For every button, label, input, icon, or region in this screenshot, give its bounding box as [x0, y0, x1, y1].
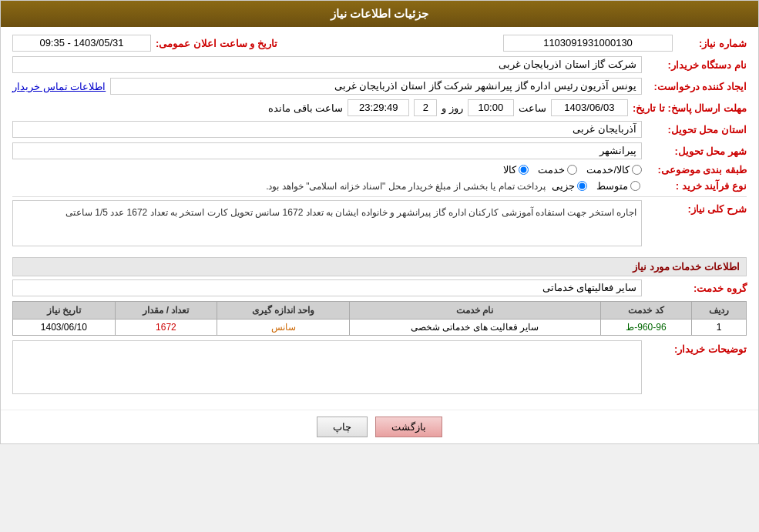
city-value: پیرانشهر	[12, 142, 642, 159]
radio-medium: متوسط	[596, 180, 640, 192]
cell-code: 960-96-ط	[600, 320, 692, 336]
contact-link[interactable]: اطلاعات تماس خریدار	[12, 81, 106, 92]
province-value: آذربایجان غربی	[12, 121, 642, 138]
row-deadline: مهلت ارسال پاسخ: تا تاریخ: 1403/06/03 سا…	[12, 99, 747, 116]
service-info-section-header: اطلاعات خدمات مورد نیاز	[12, 257, 747, 276]
row-province: استان محل تحویل: آذربایجان غربی	[12, 121, 747, 138]
back-button[interactable]: بازگشت	[375, 417, 442, 437]
creator-label: ایجاد کننده درخواست:	[646, 81, 747, 92]
col-unit: واحد اندازه گیری	[217, 302, 350, 320]
deadline-label: مهلت ارسال پاسخ: تا تاریخ:	[633, 102, 747, 114]
row-category: طبقه بندی موضوعی: کالا/خدمت خدمت کالا	[12, 164, 747, 176]
radio-partial: جزیی	[552, 180, 587, 192]
deadline-remain-label: ساعت باقی مانده	[268, 102, 343, 114]
bottom-buttons: بازگشت چاپ	[1, 410, 758, 443]
purchase-type-label: نوع فرآیند خرید :	[646, 180, 747, 192]
deadline-days: 2	[414, 99, 437, 116]
service-info-label: اطلاعات خدمات مورد نیاز	[633, 261, 740, 273]
id-section: شماره نیاز: 1103091931000130	[503, 35, 747, 52]
page-header: جزئیات اطلاعات نیاز	[1, 1, 758, 27]
radio-medium-input[interactable]	[630, 181, 640, 191]
radio-goods-service-label: کالا/خدمت	[586, 164, 630, 176]
need-number-value: 1103091931000130	[503, 35, 673, 52]
row-city: شهر محل تحویل: پیرانشهر	[12, 142, 747, 159]
need-number-label: شماره نیاز:	[677, 38, 747, 49]
radio-partial-input[interactable]	[577, 181, 587, 191]
service-group-value: سایر فعالیتهای خدماتی	[12, 279, 642, 296]
city-label: شهر محل تحویل:	[646, 146, 747, 157]
row-creator: ایجاد کننده درخواست: یونس آذریون رئیس اد…	[12, 78, 747, 95]
purchase-note: پرداخت تمام یا بخشی از مبلغ خریدار محل "…	[266, 181, 546, 192]
radio-goods: کالا	[503, 164, 529, 176]
content-area: شماره نیاز: 1103091931000130 تاریخ و ساع…	[1, 27, 758, 410]
buyer-label: نام دستگاه خریدار:	[646, 59, 747, 71]
need-description-label: شرح کلی نیاز:	[646, 203, 747, 215]
col-count: تعداد / مقدار	[115, 302, 217, 320]
radio-medium-label: متوسط	[596, 180, 628, 192]
row-need-description: شرح کلی نیاز: اجاره استخر جهت استفاده آم…	[12, 200, 747, 251]
row-purchase-type: نوع فرآیند خرید : متوسط جزیی پرداخت تمام…	[12, 180, 747, 192]
buyer-value: شرکت گاز استان اذربایجان غربی	[12, 56, 642, 73]
radio-service-input[interactable]	[567, 165, 577, 175]
col-row: ردیف	[692, 302, 747, 320]
col-name: نام خدمت	[350, 302, 601, 320]
row-service-group: گروه خدمت: سایر فعالیتهای خدماتی	[12, 279, 747, 296]
category-label: طبقه بندی موضوعی:	[646, 164, 747, 176]
buyer-notes-textarea[interactable]	[12, 340, 642, 394]
creator-value: یونس آذریون رئیس اداره گاز پیرانشهر شرکت…	[110, 78, 642, 95]
cell-count: 1672	[115, 320, 217, 336]
service-group-label: گروه خدمت:	[646, 283, 747, 294]
table-header-row: ردیف کد خدمت نام خدمت واحد اندازه گیری ت…	[13, 302, 747, 320]
radio-goods-label: کالا	[503, 164, 516, 176]
radio-partial-label: جزیی	[552, 180, 575, 192]
cell-date: 1403/06/10	[13, 320, 116, 336]
row-buyer-notes: توضیحات خریدار:	[12, 340, 747, 394]
public-date-label: تاریخ و ساعت اعلان عمومی:	[156, 38, 277, 49]
radio-goods-service-input[interactable]	[632, 165, 642, 175]
divider-1	[12, 196, 747, 197]
deadline-days-label: روز و	[442, 102, 463, 114]
radio-service: خدمت	[538, 164, 577, 176]
province-label: استان محل تحویل:	[646, 124, 747, 136]
cell-row: 1	[692, 320, 747, 336]
deadline-date: 1403/06/03	[551, 99, 628, 116]
purchase-type-radio-group: متوسط جزیی	[552, 180, 640, 192]
deadline-time-label: ساعت	[519, 102, 546, 114]
category-radio-group: کالا/خدمت خدمت کالا	[503, 164, 642, 176]
row-need-number: شماره نیاز: 1103091931000130 تاریخ و ساع…	[12, 35, 747, 52]
public-date-value: 1403/05/31 - 09:35	[12, 35, 151, 52]
row-buyer: نام دستگاه خریدار: شرکت گاز استان اذربای…	[12, 56, 747, 73]
print-button[interactable]: چاپ	[317, 417, 368, 437]
cell-name: سایر فعالیت های خدماتی شخصی	[350, 320, 601, 336]
radio-goods-service: کالا/خدمت	[586, 164, 642, 176]
page-title: جزئیات اطلاعات نیاز	[331, 7, 428, 20]
col-date: تاریخ نیاز	[13, 302, 116, 320]
public-date-section: تاریخ و ساعت اعلان عمومی: 1403/05/31 - 0…	[12, 35, 277, 52]
service-table: ردیف کد خدمت نام خدمت واحد اندازه گیری ت…	[12, 301, 747, 336]
page-wrapper: جزئیات اطلاعات نیاز شماره نیاز: 11030919…	[0, 0, 759, 444]
radio-service-label: خدمت	[538, 164, 565, 176]
cell-unit: سانس	[217, 320, 350, 336]
col-code: کد خدمت	[600, 302, 692, 320]
need-description-value: اجاره استخر جهت استفاده آموزشی کارکنان ا…	[12, 200, 642, 246]
radio-goods-input[interactable]	[519, 165, 529, 175]
buyer-notes-label: توضیحات خریدار:	[646, 343, 747, 355]
deadline-remain: 23:29:49	[348, 99, 409, 116]
deadline-time: 10:00	[468, 99, 514, 116]
table-row: 1 960-96-ط سایر فعالیت های خدماتی شخصی س…	[13, 320, 747, 336]
